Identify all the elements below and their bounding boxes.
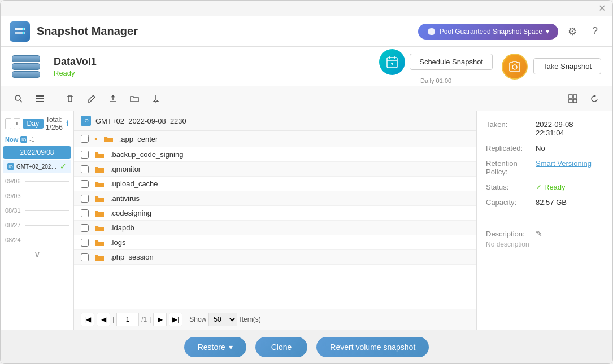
pg-last-button[interactable]: ▶| <box>169 313 182 326</box>
app-title: Snapshot Manager <box>37 25 411 38</box>
file-name-6: .ldapdb <box>110 223 134 232</box>
volume-header: DataVol1 Ready Schedule Snapshot Daily 0… <box>1 47 612 86</box>
retention-label: Retention Policy: <box>486 159 531 176</box>
table-row: .antivirus <box>74 191 476 206</box>
pool-button[interactable]: Pool Guaranteed Snapshot Space ▾ <box>418 24 558 40</box>
schedule-icon <box>379 49 405 75</box>
file-checkbox-5[interactable] <box>81 209 89 217</box>
description-label: Description: <box>486 230 531 238</box>
file-browser-table: ▪ .app_center .backup_code_signing .qmon… <box>74 131 476 309</box>
take-snapshot-icon <box>502 54 528 80</box>
close-icon[interactable]: ✕ <box>598 3 606 14</box>
svg-rect-16 <box>36 101 44 102</box>
file-checkbox-1[interactable] <box>81 151 89 159</box>
timeline-date-0824: 08/24 <box>1 230 73 244</box>
upload-button[interactable] <box>104 90 122 108</box>
status-value: ✓ Ready <box>536 183 566 191</box>
timeline-day-badge: Day <box>23 119 44 129</box>
restore-dropdown-icon: ▾ <box>229 343 233 352</box>
file-name-3: .upload_cache <box>110 179 158 188</box>
pg-separator-1: | <box>112 315 114 323</box>
folder-svg-0 <box>103 135 114 143</box>
timeline-now-row: Now IO -1 <box>1 134 73 145</box>
folder-button[interactable] <box>125 90 144 108</box>
timeline-now-icon: IO <box>20 136 27 143</box>
replicated-label: Replicated: <box>486 144 531 152</box>
timeline-snapshot-item[interactable]: IO GMT+02_2022-09-08_2230 ✓ <box>3 160 71 173</box>
revert-button[interactable]: Revert volume snapshot <box>316 337 429 357</box>
timeline-label-0827: 08/27 <box>5 222 25 229</box>
file-checkbox-4[interactable] <box>81 195 89 203</box>
volume-icon <box>12 55 42 78</box>
take-snapshot-button[interactable]: Take Snapshot <box>533 58 601 74</box>
pg-per-page-select[interactable]: 50 100 200 <box>208 313 237 326</box>
file-name-8: .php_session <box>110 253 154 261</box>
file-name-0: .app_center <box>119 135 158 143</box>
settings-button[interactable]: ⚙ <box>564 23 581 40</box>
help-button[interactable]: ? <box>586 23 603 40</box>
timeline-now-counter: -1 <box>29 137 34 143</box>
folder-svg-3 <box>94 180 105 188</box>
table-row: .ldapdb <box>74 221 476 235</box>
download-button[interactable] <box>147 90 165 108</box>
file-checkbox-6[interactable] <box>81 224 89 232</box>
description-edit-icon[interactable]: ✎ <box>536 229 542 238</box>
chevron-down-icon: ∨ <box>34 249 41 260</box>
pg-page-input[interactable] <box>116 313 139 326</box>
replicated-value: No <box>536 144 545 152</box>
timeline-info-icon[interactable]: ℹ <box>66 119 69 128</box>
table-row: .php_session <box>74 250 476 265</box>
file-checkbox-2[interactable] <box>81 165 89 173</box>
timeline-total: Total: 1/256 <box>46 116 64 131</box>
timeline-scroll-down[interactable]: ∨ <box>1 244 73 264</box>
pg-next-button[interactable]: ▶ <box>153 313 167 326</box>
timeline-line-2 <box>25 196 69 196</box>
list-view-button[interactable] <box>31 90 49 108</box>
timeline-line-1 <box>25 181 69 182</box>
pg-first-button[interactable]: |◀ <box>81 313 94 326</box>
file-checkbox-3[interactable] <box>81 180 89 188</box>
timeline-date-0906: 09/06 <box>1 174 73 186</box>
volume-actions: Schedule Snapshot Daily 01:00 Take Snaps… <box>379 49 601 84</box>
edit-button[interactable] <box>82 90 101 108</box>
timeline-snap-icon: IO <box>7 163 14 170</box>
clone-button[interactable]: Clone <box>255 337 308 357</box>
fb-snap-icon: IO <box>81 116 91 126</box>
retention-link[interactable]: Smart Versioning <box>536 159 592 168</box>
timeline-selected-date[interactable]: 2022/09/08 <box>3 146 71 159</box>
detail-status-row: Status: ✓ Ready <box>486 183 603 191</box>
file-checkbox-8[interactable] <box>81 253 89 261</box>
window-view-button[interactable] <box>564 90 582 108</box>
timeline-panel: − + Day Total: 1/256 ℹ Now IO -1 2022/09… <box>1 111 74 330</box>
file-browser-pagination: |◀ ◀ | /1 | ▶ ▶| Show 50 100 200 Item(s) <box>74 309 476 330</box>
table-row: .upload_cache <box>74 177 476 191</box>
svg-point-3 <box>23 32 24 34</box>
file-checkbox-7[interactable] <box>81 239 89 247</box>
timeline-zoom-in[interactable]: + <box>14 118 20 129</box>
volume-status: Ready <box>54 69 97 77</box>
window-chrome: ✕ <box>1 1 612 16</box>
timeline-zoom-out[interactable]: − <box>5 118 11 129</box>
refresh-button[interactable] <box>585 90 603 108</box>
delete-button[interactable] <box>61 90 79 108</box>
svg-rect-15 <box>36 98 44 99</box>
timeline-date-0903: 09/03 <box>1 186 73 200</box>
volume-name: DataVol1 <box>54 56 97 68</box>
folder-icon-0: ▪ <box>94 134 98 144</box>
status-label: Status: <box>486 183 531 191</box>
file-browser-header: IO GMT+02_2022-09-08_2230 <box>74 111 476 131</box>
pg-show-label: Show <box>189 315 206 323</box>
table-row: ▪ .app_center <box>74 131 476 147</box>
pg-prev-button[interactable]: ◀ <box>97 313 110 326</box>
schedule-button[interactable]: Schedule Snapshot <box>410 54 493 70</box>
search-button[interactable] <box>10 90 28 108</box>
file-checkbox-0[interactable] <box>81 135 89 143</box>
timeline-list-container: Now IO -1 2022/09/08 IO GMT+02_2022-09-0… <box>1 134 73 330</box>
detail-description-row: Description: ✎ No description <box>486 229 603 248</box>
spacer <box>486 213 603 222</box>
title-bar: Snapshot Manager Pool Guaranteed Snapsho… <box>1 16 612 47</box>
file-name-2: .qmonitor <box>110 165 141 173</box>
toolbar-separator-1 <box>55 92 55 106</box>
timeline-label-0903: 09/03 <box>5 192 25 199</box>
restore-button[interactable]: Restore ▾ <box>184 337 246 357</box>
